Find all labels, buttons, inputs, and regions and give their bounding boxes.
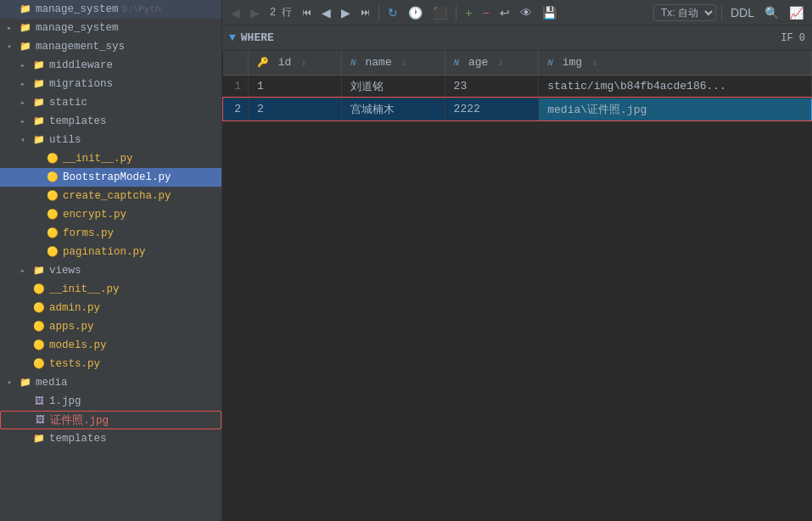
- python-file-icon: 🟡: [46, 171, 59, 184]
- folder-label: middleware: [49, 59, 113, 71]
- sidebar-item-management_sys[interactable]: 📁 management_sys: [0, 37, 221, 56]
- filter-icon: ▼: [229, 31, 236, 44]
- nav-forward-button[interactable]: ▶: [247, 5, 263, 20]
- sidebar-item-templates[interactable]: 📁 templates: [0, 112, 221, 131]
- folder-label: templates: [49, 433, 107, 445]
- sort-icon: ⇕: [592, 59, 597, 68]
- refresh-button[interactable]: ↻: [384, 5, 401, 20]
- file-label: create_captcha.py: [63, 190, 171, 202]
- add-row-button[interactable]: +: [462, 5, 475, 20]
- sidebar-item-zhenjianzhao[interactable]: 🖼 证件照.jpg: [0, 411, 221, 429]
- folder-icon: 📁: [32, 77, 46, 91]
- python-file-icon: 🟡: [32, 283, 46, 296]
- save-button[interactable]: 💾: [539, 5, 560, 20]
- file-label: __init__.py: [63, 153, 133, 165]
- cell-age[interactable]: 2222: [445, 98, 539, 120]
- sidebar-item-captcha[interactable]: 🟡 create_captcha.py: [0, 187, 221, 205]
- python-file-icon: 🟡: [46, 189, 59, 203]
- sidebar-item-views[interactable]: 📁 views: [0, 261, 221, 280]
- file-label: 证件照.jpg: [50, 413, 109, 428]
- sidebar-item-static[interactable]: 📁 static: [0, 93, 221, 112]
- nav-back-button[interactable]: ◀: [227, 5, 244, 20]
- delete-row-button[interactable]: −: [479, 5, 493, 20]
- separator1: [378, 5, 379, 20]
- data-table-container: 🔑 id ⇕ N name ⇕ N age ⇕ N: [222, 51, 812, 521]
- col-type-icon: N: [350, 58, 356, 68]
- col-type-icon: N: [547, 58, 553, 68]
- tx-dropdown[interactable]: Tx: 自动: [653, 4, 716, 21]
- sidebar-item-forms[interactable]: 🟡 forms.py: [0, 224, 221, 243]
- sidebar-item-utils-init[interactable]: 🟡 __init__.py: [0, 149, 221, 168]
- image-file-icon: 🖼: [32, 395, 46, 408]
- project-root[interactable]: 📁 manage_system D:\Pyth: [0, 0, 221, 19]
- cell-img[interactable]: media\证件照.jpg: [539, 98, 812, 120]
- folder-label: static: [49, 97, 87, 109]
- python-file-icon: 🟡: [46, 208, 59, 221]
- file-tree: 📁 manage_system D:\Pyth 📁 manage_system …: [0, 0, 222, 521]
- sidebar-item-admin[interactable]: 🟡 admin.py: [0, 299, 221, 317]
- col-name-label: name: [366, 56, 392, 69]
- cell-name[interactable]: 刘道铭: [342, 75, 445, 98]
- nav-prev-button[interactable]: ◀: [318, 5, 334, 20]
- sidebar-item-tests[interactable]: 🟡 tests.py: [0, 355, 221, 373]
- folder-label: views: [49, 265, 81, 277]
- col-header-age[interactable]: N age ⇕: [445, 51, 539, 75]
- nav-next-button[interactable]: ▶: [338, 5, 354, 20]
- sidebar-item-migrations[interactable]: 📁 migrations: [0, 75, 221, 93]
- sidebar-item-media[interactable]: 📁 media: [0, 373, 221, 392]
- folder-label: utils: [49, 134, 81, 146]
- chart-button[interactable]: 📈: [786, 5, 807, 20]
- col-type-icon: N: [454, 58, 460, 68]
- filter-bar: ▼ WHERE IF 0: [222, 25, 812, 51]
- sidebar-item-models[interactable]: 🟡 models.py: [0, 336, 221, 355]
- col-header-name[interactable]: N name ⇕: [342, 51, 445, 75]
- sidebar-item-middleware[interactable]: 📁 middleware: [0, 56, 221, 75]
- ddl-button[interactable]: DDL: [727, 5, 758, 20]
- arrow-icon: [20, 79, 32, 89]
- cell-name[interactable]: 宫城楠木: [342, 98, 445, 120]
- cell-img[interactable]: static/img\b84fb4acde186...: [539, 75, 812, 98]
- file-label: 1.jpg: [49, 395, 81, 407]
- folder-icon: 📁: [19, 40, 32, 53]
- nav-skip-fwd-button[interactable]: ⏭: [357, 6, 373, 19]
- col-header-id[interactable]: 🔑 id ⇕: [249, 51, 342, 75]
- sidebar-item-pagination[interactable]: 🟡 pagination.py: [0, 243, 221, 261]
- cell-id[interactable]: 1: [249, 75, 342, 98]
- filter-right-controls: IF 0: [781, 32, 805, 44]
- sidebar-item-apps[interactable]: 🟡 apps.py: [0, 317, 221, 336]
- col-id-label: id: [278, 56, 292, 69]
- folder-icon: 📁: [32, 133, 46, 147]
- filter-text: WHERE: [241, 31, 274, 44]
- folder-icon: 📁: [19, 376, 32, 389]
- sidebar-item-utils[interactable]: 📁 utils: [0, 131, 221, 149]
- col-header-img[interactable]: N img ⇕: [539, 51, 812, 75]
- folder-icon: 📁: [19, 3, 32, 16]
- folder-icon: 📁: [32, 115, 46, 128]
- file-label: pagination.py: [63, 246, 146, 258]
- folder-icon: 📁: [32, 432, 46, 445]
- sidebar-item-encrypt[interactable]: 🟡 encrypt.py: [0, 205, 221, 224]
- folder-label: migrations: [49, 78, 113, 90]
- clock-button[interactable]: 🕐: [405, 5, 426, 20]
- search-button[interactable]: 🔍: [761, 5, 782, 20]
- sidebar-item-mgmt-init[interactable]: 🟡 __init__.py: [0, 280, 221, 299]
- undo-button[interactable]: ↩: [496, 5, 513, 20]
- python-file-icon: 🟡: [32, 357, 46, 371]
- row-number-cell: 1: [223, 75, 249, 98]
- cell-age[interactable]: 23: [445, 75, 539, 98]
- sidebar-item-media-templates[interactable]: 📁 templates: [0, 429, 221, 448]
- file-label: admin.py: [49, 302, 100, 314]
- toolbar: ◀ ▶ 2 行 ⏮ ◀ ▶ ⏭ ↻ 🕐 ⬛ + − ↩ 👁 💾 Tx: 自动 D…: [222, 0, 812, 25]
- table-row: 2 2 宫城楠木 2222 media\证件照.jpg: [223, 98, 812, 120]
- sidebar-item-manage_system[interactable]: 📁 manage_system: [0, 19, 221, 37]
- eye-button[interactable]: 👁: [517, 5, 535, 20]
- sidebar-item-1jpg[interactable]: 🖼 1.jpg: [0, 392, 221, 411]
- data-table: 🔑 id ⇕ N name ⇕ N age ⇕ N: [222, 51, 812, 121]
- sidebar-item-bootstrap[interactable]: 🟡 BootstrapModel.py: [0, 168, 221, 187]
- cell-id[interactable]: 2: [249, 98, 342, 120]
- arrow-icon: [20, 135, 32, 145]
- nav-skip-back-button[interactable]: ⏮: [299, 6, 315, 19]
- row-number-cell: 2: [223, 98, 249, 120]
- key-icon: 🔑: [257, 58, 269, 68]
- stop-button[interactable]: ⬛: [429, 5, 451, 20]
